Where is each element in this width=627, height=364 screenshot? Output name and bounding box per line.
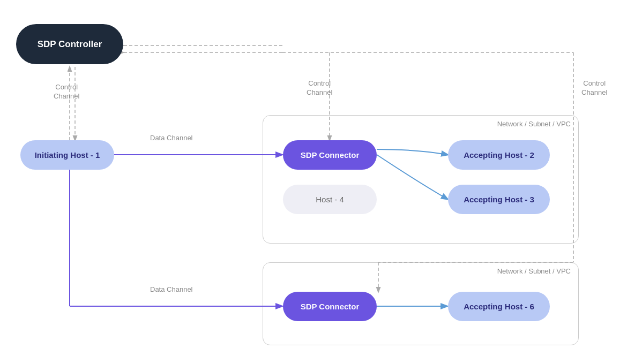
network-label-1: Network / Subnet / VPC bbox=[497, 120, 571, 128]
initiating-host-node: Initiating Host - 1 bbox=[20, 140, 114, 170]
diagram: Network / Subnet / VPC Network / Subnet … bbox=[0, 0, 627, 364]
sdp-controller-node: SDP Controller bbox=[16, 24, 123, 64]
accepting-host-3-node: Accepting Host - 3 bbox=[448, 185, 550, 214]
network-label-2: Network / Subnet / VPC bbox=[497, 267, 571, 275]
accepting-host-6-node: Accepting Host - 6 bbox=[448, 292, 550, 321]
accepting-host-2-node: Accepting Host - 2 bbox=[448, 140, 550, 170]
label-data-channel-1: Data Channel bbox=[150, 134, 193, 143]
network-box-1: Network / Subnet / VPC bbox=[263, 115, 579, 244]
label-control-channel-right: ControlChannel bbox=[581, 79, 607, 97]
host4-node: Host - 4 bbox=[283, 185, 377, 214]
sdp-connector-2-node: SDP Connector bbox=[283, 292, 377, 321]
sdp-connector-1-node: SDP Connector bbox=[283, 140, 377, 170]
label-control-channel-left: ControlChannel bbox=[54, 83, 79, 101]
label-data-channel-2: Data Channel bbox=[150, 285, 193, 294]
label-control-channel-mid: ControlChannel bbox=[307, 79, 332, 97]
